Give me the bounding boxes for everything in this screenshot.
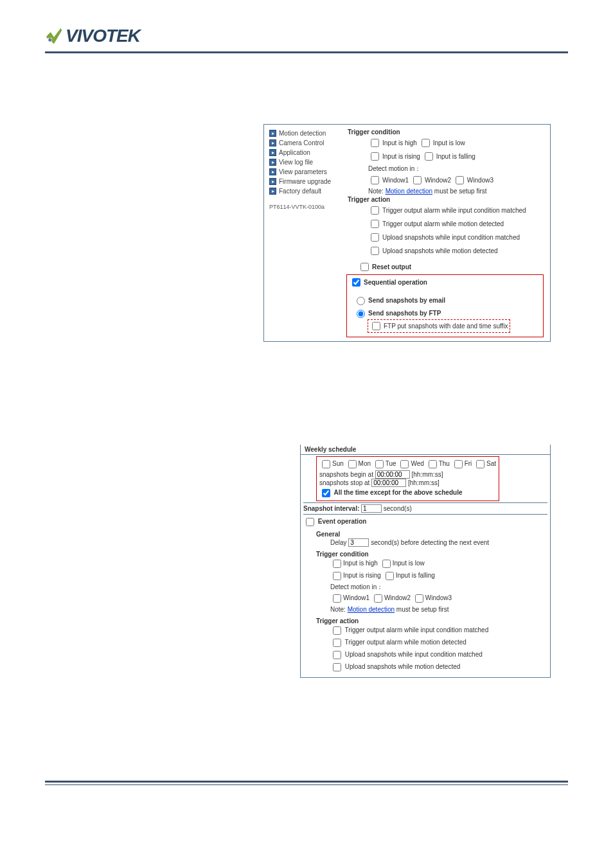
detect-motion-label-2: Detect motion in：	[330, 582, 547, 592]
input-high-checkbox[interactable]: Input is high	[368, 137, 417, 149]
label-text: Sun	[332, 460, 344, 467]
snapshot-interval-input[interactable]	[361, 504, 382, 513]
label-text: Upload snapshots while motion detected	[382, 246, 498, 256]
input-rising-checkbox-2[interactable]: Input is rising	[330, 572, 381, 579]
window3-checkbox[interactable]: Window3	[453, 174, 493, 186]
motion-note: Note: Motion detection must be setup fir…	[368, 188, 547, 195]
sidebar-item-label: Application	[279, 149, 310, 156]
label-text: Mon	[359, 460, 371, 467]
send-email-radio[interactable]: Send snapshots by email	[353, 295, 445, 305]
day-mon-checkbox[interactable]: Mon	[346, 460, 371, 467]
sidebar-item-view-log-file[interactable]: ▸View log file	[269, 159, 345, 166]
label-text: Reset output	[372, 263, 411, 270]
action-output-input-checkbox[interactable]: Trigger output alarm while input conditi…	[368, 204, 526, 217]
label-text: Send snapshots by email	[368, 297, 445, 304]
window2-checkbox-2[interactable]: Window2	[371, 594, 411, 601]
all-time-checkbox[interactable]: All the time except for the above schedu…	[319, 489, 462, 496]
motion-detection-link[interactable]: Motion detection	[386, 188, 432, 195]
label-text: Trigger output alarm while input conditi…	[382, 206, 526, 216]
day-fri-checkbox[interactable]: Fri	[452, 460, 472, 467]
sidebar-item-label: Firmware upgrade	[279, 178, 331, 185]
sequential-highlight-box: Sequential operation Send snapshots by e…	[346, 274, 544, 337]
day-tue-checkbox[interactable]: Tue	[373, 460, 396, 467]
sidebar-item-label: View log file	[279, 159, 313, 166]
sidebar-item-factory-default[interactable]: ▸Factory default	[269, 188, 345, 195]
motion-detection-link-2[interactable]: Motion detection	[348, 606, 395, 613]
label-text: Thu	[439, 460, 450, 467]
brand-logo: VIVOTEK	[45, 26, 568, 46]
label-text: Input is high	[343, 560, 378, 567]
reset-output-checkbox[interactable]: Reset output	[358, 261, 411, 273]
label-text: Send snapshots by FTP	[368, 310, 441, 317]
action-output-motion-checkbox-2[interactable]: Trigger output alarm while motion detect…	[330, 639, 466, 646]
stop-time-input[interactable]	[371, 479, 406, 487]
sidebar-item-application[interactable]: ▸Application	[269, 149, 345, 156]
sidebar-item-view-parameters[interactable]: ▸View parameters	[269, 168, 345, 175]
label-text: Window2	[384, 594, 411, 601]
day-sun-checkbox[interactable]: Sun	[319, 460, 344, 467]
label-text: Window3	[467, 175, 493, 186]
label-text: Input is rising	[343, 572, 381, 579]
input-low-checkbox[interactable]: Input is low	[419, 137, 465, 149]
expand-icon: ▸	[269, 149, 276, 156]
trigger-condition-heading: Trigger condition	[348, 128, 547, 136]
input-high-checkbox-2[interactable]: Input is high	[330, 560, 378, 567]
window1-checkbox-2[interactable]: Window1	[330, 594, 369, 601]
note-prefix: Note:	[330, 606, 348, 613]
begin-label: snapshots begin at	[319, 471, 375, 478]
time-unit: [hh:mm:ss]	[412, 471, 443, 478]
input-low-checkbox-2[interactable]: Input is low	[380, 560, 425, 567]
day-wed-checkbox[interactable]: Wed	[398, 460, 423, 467]
action-upload-motion-checkbox-2[interactable]: Upload snapshots while motion detected	[330, 663, 460, 670]
weekly-schedule-heading: Weekly schedule	[301, 445, 550, 455]
trigger-action-heading: Trigger action	[348, 196, 547, 203]
day-thu-checkbox[interactable]: Thu	[426, 460, 450, 467]
input-falling-checkbox-2[interactable]: Input is falling	[383, 572, 435, 579]
expand-icon: ▸	[269, 168, 276, 175]
delay-post: second(s) before detecting the next even…	[369, 539, 489, 546]
note-suffix: must be setup first	[395, 606, 449, 613]
window3-checkbox-2[interactable]: Window3	[413, 594, 452, 601]
time-unit: [hh:mm:ss]	[408, 479, 440, 486]
trigger-action-heading-2: Trigger action	[316, 617, 547, 624]
action-upload-motion-checkbox[interactable]: Upload snapshots while motion detected	[368, 245, 498, 257]
sequential-operation-checkbox[interactable]: Sequential operation	[350, 276, 427, 288]
expand-icon: ▸	[269, 159, 276, 166]
snapshot-interval-label: Snapshot interval:	[303, 505, 359, 512]
detect-motion-label: Detect motion in：	[368, 164, 547, 174]
send-ftp-radio[interactable]: Send snapshots by FTP	[353, 308, 441, 318]
expand-icon: ▸	[269, 188, 276, 195]
action-output-motion-checkbox[interactable]: Trigger output alarm while motion detect…	[368, 218, 504, 230]
expand-icon: ▸	[269, 139, 276, 146]
input-falling-checkbox[interactable]: Input is falling	[422, 150, 475, 163]
action-upload-input-checkbox[interactable]: Upload snapshots while input condition m…	[368, 231, 520, 244]
delay-pre: Delay	[330, 539, 348, 546]
input-rising-checkbox[interactable]: Input is rising	[368, 150, 420, 163]
checkmark-burst-icon	[45, 27, 63, 45]
event-operation-checkbox[interactable]: Event operation	[303, 518, 366, 525]
expand-icon: ▸	[269, 130, 276, 137]
label-text: Sequential operation	[364, 279, 427, 286]
label-text: Upload snapshots while motion detected	[345, 663, 461, 670]
snapshot-interval-unit: second(s)	[384, 505, 412, 512]
label-text: Trigger output alarm while input conditi…	[345, 626, 489, 633]
label-text: Window2	[425, 175, 451, 186]
action-output-input-checkbox-2[interactable]: Trigger output alarm while input conditi…	[330, 626, 488, 633]
label-text: All the time except for the above schedu…	[333, 489, 462, 496]
day-sat-checkbox[interactable]: Sat	[474, 460, 496, 467]
window1-checkbox[interactable]: Window1	[368, 174, 409, 186]
label-text: Input is high	[382, 138, 417, 148]
sidebar-item-motion-detection[interactable]: ▸Motion detection	[269, 130, 345, 137]
begin-time-input[interactable]	[375, 470, 410, 479]
action-upload-input-checkbox-2[interactable]: Upload snapshots while input condition m…	[330, 651, 483, 658]
device-id: PT6114-VVTK-0100a	[269, 204, 345, 210]
sidebar: ▸Motion detection ▸Camera Control ▸Appli…	[264, 125, 345, 341]
label-text: Tue	[386, 460, 396, 467]
stop-label: snapshots stop at	[319, 479, 371, 486]
label-text: Trigger output alarm while motion detect…	[382, 219, 504, 229]
ftp-suffix-checkbox[interactable]: FTP put snapshots with date and time suf…	[369, 320, 508, 332]
sidebar-item-camera-control[interactable]: ▸Camera Control	[269, 139, 345, 146]
window2-checkbox[interactable]: Window2	[411, 174, 451, 186]
delay-input[interactable]	[348, 538, 369, 547]
sidebar-item-firmware-upgrade[interactable]: ▸Firmware upgrade	[269, 178, 345, 185]
